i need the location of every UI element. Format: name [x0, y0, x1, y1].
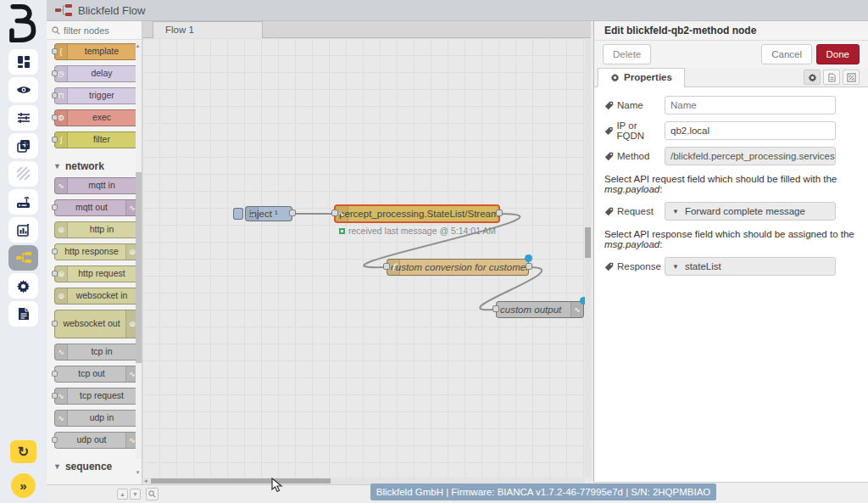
palette-search[interactable] [47, 21, 142, 40]
sync-button[interactable]: ↻ [10, 440, 36, 463]
chart-button[interactable] [8, 217, 38, 243]
fqdn-row: IP or FQDN [604, 121, 858, 140]
node-type-icon: ∿ [125, 200, 136, 215]
search-icon [52, 26, 60, 35]
node-output-port[interactable] [289, 210, 296, 216]
node-type-icon: ⊚ [125, 244, 136, 260]
chevron-down-icon: ▼ [672, 263, 679, 271]
zoom-search-button[interactable] [146, 488, 159, 500]
palette-node-udp-out[interactable]: ∿udp out [54, 432, 136, 449]
pattern-button[interactable] [8, 161, 38, 187]
node-input-port[interactable] [492, 305, 499, 312]
name-input[interactable] [665, 96, 836, 115]
palette-node-websocket-out[interactable]: ⊚websocket out [54, 310, 136, 338]
node-type-icon: → [246, 207, 259, 221]
tag-icon [604, 152, 614, 161]
palette-node-websocket-in[interactable]: ⊚websocket in [54, 288, 136, 305]
app-title: Blickfeld Flow [78, 4, 145, 17]
palette-node-label: http response [55, 247, 136, 257]
palette-category-network[interactable]: ▼network [47, 154, 136, 177]
duplicate-button[interactable] [8, 133, 38, 159]
palette-collapse-down-button[interactable]: ▼ [130, 489, 141, 500]
done-button[interactable]: Done [816, 44, 860, 64]
palette-category-sequence[interactable]: ▼sequence [47, 454, 136, 478]
node-output-port[interactable] [496, 210, 503, 216]
view-button[interactable] [8, 77, 38, 103]
response-label: Response [604, 261, 665, 271]
node-settings-button[interactable] [804, 70, 821, 85]
palette-scrollbar[interactable] [136, 41, 142, 459]
node-input-port[interactable] [383, 263, 390, 270]
request-select[interactable]: ▼Forward complete message [665, 202, 836, 221]
workspace-tabbar: Flow 1 [142, 21, 591, 38]
request-label: Request [604, 206, 665, 216]
palette-node-http-request[interactable]: ⊚http request [54, 265, 136, 282]
settings-button[interactable] [8, 273, 38, 299]
palette-node-label: mqtt out [55, 203, 136, 213]
canvas-vertical-scrollbar[interactable] [585, 38, 591, 478]
document-button[interactable] [8, 301, 38, 327]
chevron-down-icon: ▼ [672, 208, 679, 215]
expand-rail-button[interactable]: » [11, 473, 36, 498]
palette-node-mqtt-in[interactable]: ∿mqtt in [54, 177, 136, 194]
palette-search-input[interactable] [64, 25, 131, 36]
flow-icon [16, 252, 31, 264]
scroll-left-icon[interactable]: ◂ [144, 478, 147, 484]
device-button[interactable] [8, 189, 38, 215]
palette-scroll-down-icon[interactable]: ▾ [134, 468, 142, 476]
response-select[interactable]: ▼stateList [665, 257, 836, 276]
response-help-text: Select API response field which should b… [604, 229, 858, 249]
palette-node-http-response[interactable]: ⊚http response [54, 243, 136, 260]
node-input-port [52, 437, 58, 443]
flow-node-out[interactable]: ∿custom output [496, 301, 584, 318]
inject-trigger-button[interactable] [233, 208, 243, 220]
flow-node-conv[interactable]: fcustom conversion for customer [387, 259, 529, 276]
palette-node-tcp-request[interactable]: ∿tcp request [54, 388, 136, 405]
flow-node-inject[interactable]: →inject ¹ [245, 206, 292, 221]
node-output-port[interactable] [526, 263, 532, 270]
palette-node-tcp-in[interactable]: ∿tcp in [54, 344, 136, 360]
flow-editor-button[interactable] [8, 245, 38, 271]
status-label: received last message @ 5:14:01 AM [348, 226, 496, 236]
expand-icon [847, 73, 856, 82]
tab-flow-1[interactable]: Flow 1 [153, 21, 263, 38]
palette-node-filter[interactable]: ∫filter [54, 131, 136, 148]
dashboard-button[interactable] [8, 49, 38, 75]
palette-node-exec[interactable]: ⚙exec [54, 109, 136, 126]
node-input-port [52, 48, 58, 54]
palette-node-trigger[interactable]: ⊓trigger [54, 87, 136, 104]
status-dot-icon [339, 228, 345, 234]
flow-node-layer: →inject ¹∿percept_processing.StateList/S… [142, 38, 585, 478]
cancel-button[interactable]: Cancel [761, 44, 812, 64]
palette-scrollbar-thumb[interactable] [136, 172, 142, 363]
name-label: Name [604, 100, 665, 110]
name-row: Name [604, 96, 858, 115]
horizontal-scroll-thumb[interactable] [151, 478, 331, 483]
node-description-button[interactable] [823, 70, 840, 85]
node-input-port [52, 115, 58, 120]
tag-icon [604, 262, 614, 271]
palette-node-udp-in[interactable]: ∿udp in [54, 410, 136, 427]
palette-scroll-up-icon[interactable]: ▴ [134, 42, 142, 49]
delete-button[interactable]: Delete [603, 44, 651, 64]
expand-panel-button[interactable] [843, 70, 860, 85]
palette-node-http-in[interactable]: ⊚http in [54, 221, 136, 238]
flow-canvas[interactable]: →inject ¹∿percept_processing.StateList/S… [142, 38, 585, 478]
node-input-port[interactable] [331, 210, 338, 216]
tab-properties[interactable]: Properties [598, 68, 685, 87]
palette-node-delay[interactable]: ◷delay [54, 65, 136, 82]
properties-gear-icon [610, 73, 620, 82]
tag-icon [604, 207, 614, 216]
palette-node-mqtt-out[interactable]: ∿mqtt out [54, 199, 136, 216]
vertical-scroll-thumb[interactable] [585, 227, 591, 258]
tab-properties-label: Properties [624, 69, 672, 87]
edit-node-panel: Edit blickfeld-qb2-method node Delete Ca… [593, 21, 868, 482]
flow-node-percept[interactable]: ∿percept_processing.StateList/Stream [334, 204, 500, 223]
router-icon [16, 196, 31, 209]
palette-node-tcp-out[interactable]: ∿tcp out [54, 366, 136, 383]
node-status-text: received last message @ 5:14:01 AM [339, 226, 496, 236]
fqdn-input[interactable] [665, 121, 836, 140]
tune-button[interactable] [8, 105, 38, 131]
palette-collapse-up-button[interactable]: ▲ [117, 489, 128, 500]
palette-node-template[interactable]: {template [54, 43, 136, 60]
